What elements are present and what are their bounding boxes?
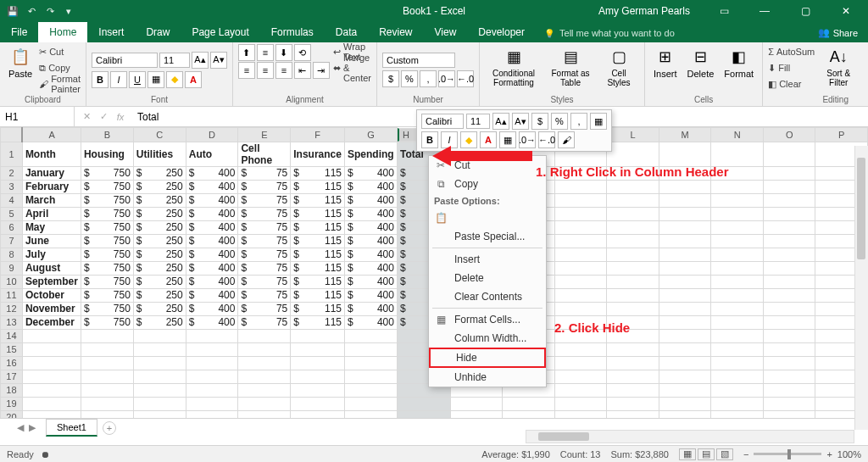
- cell-K9[interactable]: [554, 261, 606, 275]
- cell-G20[interactable]: [344, 410, 397, 418]
- cell-O2[interactable]: [763, 166, 815, 180]
- orientation-icon[interactable]: ⟲: [294, 44, 311, 61]
- cell-O19[interactable]: [763, 397, 815, 410]
- cell-E15[interactable]: [238, 342, 291, 356]
- cell-L17[interactable]: [607, 370, 659, 383]
- cell-G7[interactable]: $400: [344, 234, 397, 248]
- cell-K15[interactable]: [554, 342, 606, 356]
- cell-A6[interactable]: May: [22, 220, 81, 234]
- cell-B18[interactable]: [81, 383, 133, 397]
- cell-L19[interactable]: [607, 397, 659, 410]
- align-right-icon[interactable]: ≡: [275, 62, 292, 79]
- cut-button[interactable]: ✂Cut: [39, 44, 81, 59]
- row-header-1[interactable]: 1: [1, 142, 23, 166]
- mini-grow-font-icon[interactable]: A▴: [492, 113, 509, 130]
- cell-M18[interactable]: [659, 383, 711, 397]
- row-header-4[interactable]: 4: [1, 193, 23, 207]
- row-header-16[interactable]: 16: [1, 356, 23, 370]
- cell-E16[interactable]: [238, 356, 291, 370]
- cell-F1[interactable]: Insurance: [291, 142, 345, 166]
- cell-M19[interactable]: [659, 397, 711, 410]
- cell-E10[interactable]: $75: [238, 275, 291, 288]
- cell-D14[interactable]: [186, 329, 238, 342]
- cell-F18[interactable]: [291, 383, 345, 397]
- tab-review[interactable]: Review: [368, 22, 423, 42]
- cell-F9[interactable]: $115: [291, 261, 345, 275]
- cell-G5[interactable]: $400: [344, 207, 397, 220]
- cell-O11[interactable]: [763, 288, 815, 302]
- row-header-19[interactable]: 19: [1, 397, 23, 410]
- cell-B14[interactable]: [81, 329, 133, 342]
- cell-D8[interactable]: $400: [186, 248, 238, 261]
- increase-font-icon[interactable]: A▴: [192, 52, 209, 69]
- cell-C16[interactable]: [133, 356, 186, 370]
- maximize-icon[interactable]: ▢: [788, 0, 822, 22]
- cell-J19[interactable]: [503, 397, 554, 410]
- cell-N15[interactable]: [711, 342, 764, 356]
- mini-size-select[interactable]: 11: [466, 114, 490, 129]
- cell-C4[interactable]: $250: [133, 193, 186, 207]
- cell-L1[interactable]: [607, 142, 659, 166]
- cell-M16[interactable]: [659, 356, 711, 370]
- cell-N1[interactable]: [711, 142, 764, 166]
- undo-icon[interactable]: ↶: [25, 5, 37, 17]
- cell-A19[interactable]: [22, 397, 81, 410]
- cell-N20[interactable]: [711, 410, 764, 418]
- cell-B12[interactable]: $750: [81, 302, 133, 315]
- cell-K6[interactable]: [554, 220, 606, 234]
- font-name-select[interactable]: Calibri: [92, 53, 158, 68]
- col-header-F[interactable]: F: [291, 128, 345, 142]
- menu-paste-option-1[interactable]: 📋: [429, 209, 546, 227]
- cell-A5[interactable]: April: [22, 207, 81, 220]
- cell-F11[interactable]: $115: [291, 288, 345, 302]
- row-header-18[interactable]: 18: [1, 383, 23, 397]
- cell-B6[interactable]: $750: [81, 220, 133, 234]
- cell-F6[interactable]: $115: [291, 220, 345, 234]
- indent-inc-icon[interactable]: ⇥: [313, 62, 330, 79]
- cell-E13[interactable]: $75: [238, 315, 291, 329]
- cell-M13[interactable]: [659, 315, 711, 329]
- accept-formula-icon[interactable]: ✓: [97, 111, 110, 122]
- cell-F16[interactable]: [291, 356, 345, 370]
- cell-O12[interactable]: [763, 302, 815, 315]
- cell-D11[interactable]: $400: [186, 288, 238, 302]
- cell-C9[interactable]: $250: [133, 261, 186, 275]
- cell-L5[interactable]: [607, 207, 659, 220]
- cell-N10[interactable]: [711, 275, 764, 288]
- cell-B15[interactable]: [81, 342, 133, 356]
- row-header-17[interactable]: 17: [1, 370, 23, 383]
- cell-O13[interactable]: [763, 315, 815, 329]
- cell-I19[interactable]: [450, 397, 502, 410]
- cell-L9[interactable]: [607, 261, 659, 275]
- cell-N11[interactable]: [711, 288, 764, 302]
- cell-K17[interactable]: [554, 370, 606, 383]
- cell-B19[interactable]: [81, 397, 133, 410]
- cell-G13[interactable]: $400: [344, 315, 397, 329]
- user-name[interactable]: Amy German Pearls: [598, 5, 690, 17]
- col-header-D[interactable]: D: [186, 128, 238, 142]
- redo-icon[interactable]: ↷: [44, 5, 56, 17]
- fx-icon[interactable]: fx: [114, 112, 127, 122]
- delete-cells-button[interactable]: ⊟Delete: [684, 44, 718, 81]
- cell-D7[interactable]: $400: [186, 234, 238, 248]
- zoom-in-icon[interactable]: +: [826, 449, 832, 459]
- conditional-formatting-button[interactable]: ▦Conditional Formatting: [485, 44, 542, 89]
- cell-B7[interactable]: $750: [81, 234, 133, 248]
- cell-M1[interactable]: [659, 142, 711, 166]
- row-header-13[interactable]: 13: [1, 315, 23, 329]
- row-header-8[interactable]: 8: [1, 248, 23, 261]
- menu-clear-contents[interactable]: Clear Contents: [429, 287, 546, 306]
- number-format-select[interactable]: Custom: [382, 53, 455, 68]
- tell-me-search[interactable]: Tell me what you want to do: [536, 24, 683, 42]
- tab-home[interactable]: Home: [38, 22, 87, 42]
- cell-A16[interactable]: [22, 356, 81, 370]
- vertical-scrollbar[interactable]: [854, 146, 868, 430]
- cell-F3[interactable]: $115: [291, 180, 345, 193]
- cell-C11[interactable]: $250: [133, 288, 186, 302]
- cell-I20[interactable]: [450, 410, 502, 418]
- cell-D6[interactable]: $400: [186, 220, 238, 234]
- save-icon[interactable]: 💾: [7, 5, 19, 17]
- cell-B9[interactable]: $750: [81, 261, 133, 275]
- cell-G11[interactable]: $400: [344, 288, 397, 302]
- row-header-6[interactable]: 6: [1, 220, 23, 234]
